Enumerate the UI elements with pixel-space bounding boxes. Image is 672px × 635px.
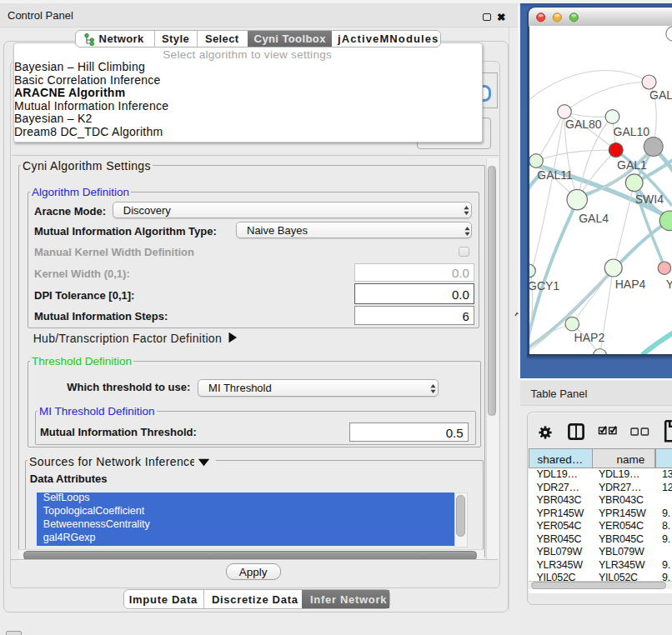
svg-text:GAL10: GAL10 — [614, 125, 650, 138]
svg-text:GAL80: GAL80 — [565, 118, 602, 131]
svg-text:GAL4: GAL4 — [579, 212, 609, 225]
svg-text:HAP4: HAP4 — [615, 278, 646, 291]
svg-text:GAL1: GAL1 — [617, 158, 647, 172]
svg-text:GAL11: GAL11 — [537, 168, 573, 182]
svg-text:GAL8: GAL8 — [649, 88, 672, 102]
svg-text:HAP2: HAP2 — [574, 331, 605, 344]
svg-text:Y: Y — [666, 278, 672, 291]
svg-text:GCY1: GCY1 — [529, 279, 559, 292]
svg-text:SWI4: SWI4 — [635, 192, 664, 206]
